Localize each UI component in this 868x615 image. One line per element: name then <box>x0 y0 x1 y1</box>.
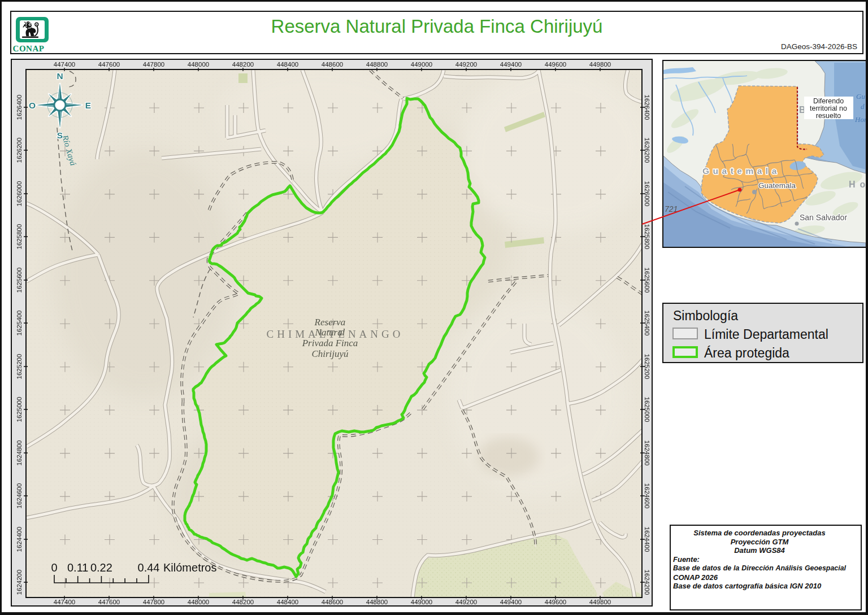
svg-text:Hon: Hon <box>854 115 866 124</box>
svg-text:d: d <box>861 102 865 111</box>
svg-text:Privada Finca: Privada Finca <box>302 338 358 348</box>
svg-text:0.22: 0.22 <box>90 561 112 574</box>
svg-text:resuelto: resuelto <box>816 112 841 120</box>
svg-text:S: S <box>57 130 63 140</box>
svg-text:Chirijuyú: Chirijuyú <box>311 348 348 359</box>
svg-text:E: E <box>85 101 91 110</box>
svg-text:N: N <box>57 71 63 81</box>
svg-text:Diferendo: Diferendo <box>813 97 844 105</box>
svg-text:0.11: 0.11 <box>67 561 88 574</box>
svg-text:Ho: Ho <box>849 180 866 189</box>
svg-text:territorial no: territorial no <box>810 104 847 112</box>
svg-text:Kilómetros: Kilómetros <box>163 561 216 574</box>
svg-text:721: 721 <box>665 204 678 213</box>
svg-text:Reserva: Reserva <box>314 317 346 328</box>
svg-text:O: O <box>29 101 36 110</box>
svg-text:0.44: 0.44 <box>138 561 160 574</box>
svg-text:Gu: Gu <box>856 92 865 101</box>
svg-text:Natural: Natural <box>315 327 345 338</box>
svg-text:Guatemala: Guatemala <box>758 181 796 190</box>
svg-text:0: 0 <box>51 561 57 574</box>
svg-text:Guatemala: Guatemala <box>702 166 780 176</box>
svg-text:San Salvador: San Salvador <box>800 213 847 222</box>
